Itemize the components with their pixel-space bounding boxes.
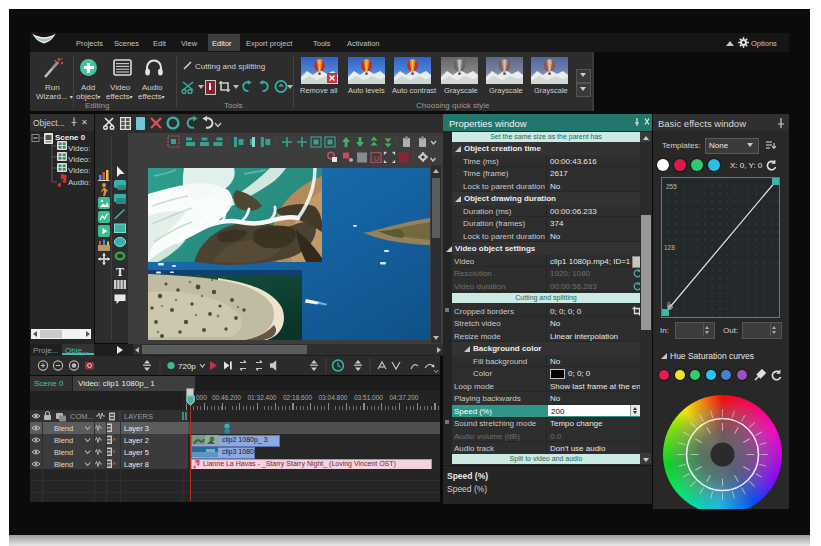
svg-text:255: 255 bbox=[666, 183, 677, 190]
svg-text:720p: 720p bbox=[178, 362, 196, 371]
svg-text:0: 0 bbox=[667, 301, 671, 308]
svg-text:Layer 2: Layer 2 bbox=[124, 436, 149, 445]
svg-text:COM...: COM... bbox=[70, 412, 94, 421]
svg-text:Layer 8: Layer 8 bbox=[124, 460, 149, 469]
svg-text:LAYERS: LAYERS bbox=[124, 412, 153, 421]
svg-text:Blend: Blend bbox=[54, 424, 73, 433]
svg-text:128: 128 bbox=[664, 244, 675, 251]
svg-text:T: T bbox=[116, 265, 124, 279]
svg-text:Layer 3: Layer 3 bbox=[124, 424, 149, 433]
svg-text:Layer 5: Layer 5 bbox=[124, 448, 149, 457]
svg-text:U: U bbox=[374, 154, 380, 163]
